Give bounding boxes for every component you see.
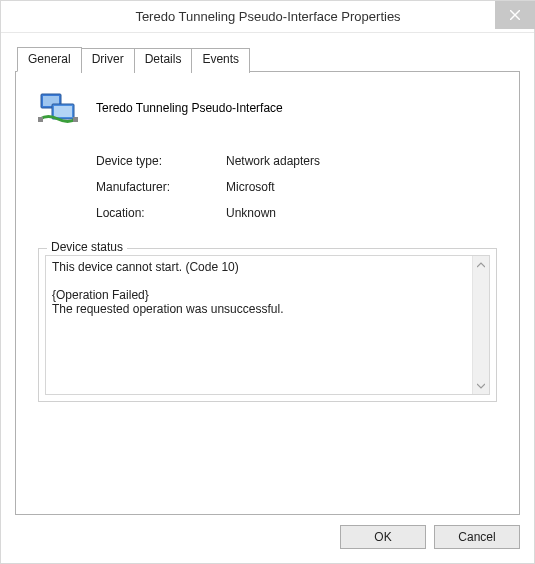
network-adapter-icon [38, 88, 78, 128]
close-icon [510, 10, 520, 20]
manufacturer-row: Manufacturer: Microsoft [96, 180, 497, 194]
tab-panel-general: Teredo Tunneling Pseudo-Interface Device… [15, 71, 520, 515]
tab-label: Details [145, 52, 182, 66]
tab-general[interactable]: General [17, 47, 82, 72]
device-status-group: Device status This device cannot start. … [38, 248, 497, 402]
close-button[interactable] [495, 1, 535, 29]
device-name: Teredo Tunneling Pseudo-Interface [96, 101, 283, 115]
device-type-value: Network adapters [226, 154, 320, 168]
ok-button[interactable]: OK [340, 525, 426, 549]
manufacturer-label: Manufacturer: [96, 180, 226, 194]
scroll-down-arrow[interactable] [473, 377, 489, 394]
properties-dialog: Teredo Tunneling Pseudo-Interface Proper… [0, 0, 535, 564]
device-status-legend: Device status [47, 240, 127, 254]
titlebar: Teredo Tunneling Pseudo-Interface Proper… [1, 1, 534, 33]
tab-driver[interactable]: Driver [81, 48, 135, 73]
scroll-up-arrow[interactable] [473, 256, 489, 273]
device-header: Teredo Tunneling Pseudo-Interface [38, 88, 497, 128]
tab-label: Driver [92, 52, 124, 66]
location-row: Location: Unknown [96, 206, 497, 220]
button-label: Cancel [458, 530, 495, 544]
cancel-button[interactable]: Cancel [434, 525, 520, 549]
device-type-row: Device type: Network adapters [96, 154, 497, 168]
dialog-button-row: OK Cancel [1, 515, 534, 563]
location-value: Unknown [226, 206, 276, 220]
tab-label: General [28, 52, 71, 66]
location-label: Location: [96, 206, 226, 220]
content-area: General Driver Details Events Teredo Tun… [1, 33, 534, 515]
device-type-label: Device type: [96, 154, 226, 168]
tab-label: Events [202, 52, 239, 66]
svg-rect-6 [38, 117, 43, 122]
button-label: OK [374, 530, 391, 544]
chevron-up-icon [477, 262, 485, 268]
svg-rect-7 [73, 117, 78, 122]
tab-events[interactable]: Events [191, 48, 250, 73]
tab-details[interactable]: Details [134, 48, 193, 73]
svg-rect-5 [54, 106, 72, 117]
chevron-down-icon [477, 383, 485, 389]
tab-strip: General Driver Details Events [17, 47, 520, 72]
status-scrollbar[interactable] [472, 256, 489, 394]
window-title: Teredo Tunneling Pseudo-Interface Proper… [1, 9, 495, 24]
device-status-box: This device cannot start. (Code 10) {Ope… [45, 255, 490, 395]
device-status-text: This device cannot start. (Code 10) {Ope… [46, 256, 472, 394]
manufacturer-value: Microsoft [226, 180, 275, 194]
